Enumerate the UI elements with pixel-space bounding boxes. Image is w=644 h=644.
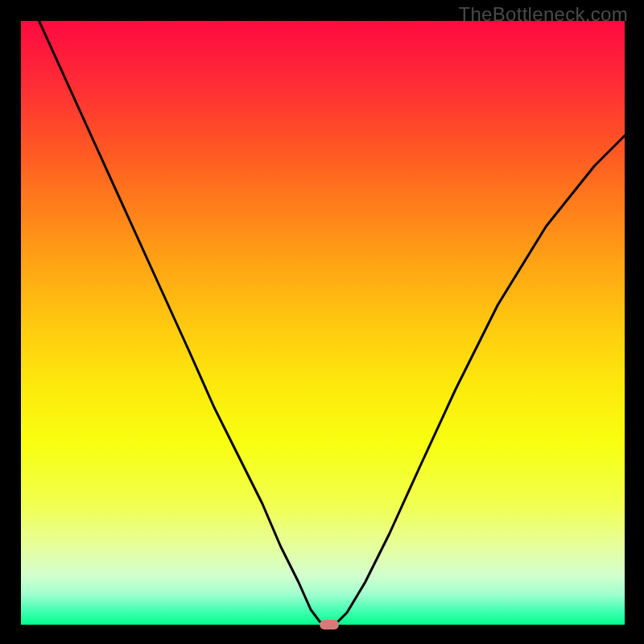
- chart-container: TheBottleneck.com: [0, 0, 644, 644]
- optimal-marker: [320, 620, 339, 630]
- watermark: TheBottleneck.com: [458, 3, 628, 26]
- curve-layer: [21, 21, 625, 625]
- bottleneck-curve: [39, 21, 625, 625]
- plot-area: [21, 21, 625, 625]
